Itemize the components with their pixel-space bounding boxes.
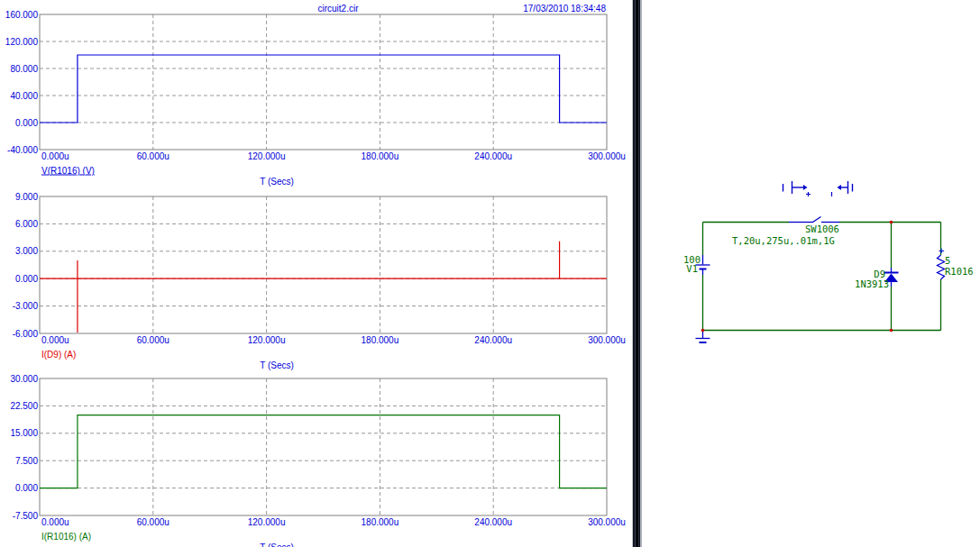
x-tick-label: 240.000u [474,517,512,527]
y-tick-label: 120.000 [5,37,39,47]
resistor-symbol[interactable]: + [938,245,945,280]
y-tick-label: 80.000 [10,64,38,74]
resistor-name-label[interactable]: R1016 [945,266,974,277]
y-tick-label: -6.000 [13,329,39,339]
x-tick-label: 180.000u [362,151,399,161]
series-label-i-d9[interactable]: I(D9) (A) [41,350,76,360]
x-tick-label: 240.000u [474,151,512,161]
plot-window-title: circuit2.cir [317,4,359,14]
x-tick-label: 180.000u [362,335,399,345]
x-axis-title: T (Secs) [260,360,294,370]
x-tick-label: 120.000u [248,335,286,345]
junction-dot [890,329,893,333]
plot-frame [40,14,607,150]
plot-frame [40,196,607,333]
y-tick-label: 0.000 [15,274,38,284]
y-tick-label: 22.500 [10,401,38,411]
switch-blade [813,217,821,223]
y-tick-label: 9.000 [15,192,38,202]
x-tick-label: 60.000u [137,151,169,161]
x-tick-label: 60.000u [137,335,169,345]
plot-timestamp: 17/03/2010 18:34:48 [523,4,606,14]
y-tick-label: 0.000 [15,118,38,128]
y-tick-label: 30.000 [10,374,38,384]
junction-dot [701,329,705,333]
ground-symbol[interactable] [696,331,710,343]
x-tick-label: 0.000u [41,151,69,161]
schematic-panel[interactable]: + SW1006 T,20u,275u,.01m,1G 100 V1 D9 1N… [634,0,980,547]
switch-params-label[interactable]: T,20u,275u,.01m,1G [732,235,835,246]
y-tick-label: 15.000 [10,428,38,438]
resistor-value-label[interactable]: 5 [945,255,950,266]
x-tick-label: 300.000u [588,335,626,345]
x-tick-label: 300.000u [588,517,626,527]
y-tick-label: -7.500 [13,511,39,521]
junction-dot [890,221,893,224]
y-tick-label: 160.000 [5,10,39,20]
series-label-v-r1016[interactable]: V(R1016) (V) [41,166,95,176]
x-tick-label: 120.000u [248,517,286,527]
switch-name-label[interactable]: SW1006 [805,223,839,234]
series-label-i-r1016[interactable]: I(R1016) (A) [41,532,91,542]
left-icon-arrow-head [803,185,808,190]
switch-symbol[interactable] [789,217,839,223]
y-tick-label: 0.000 [15,483,38,493]
resistor-zigzag [938,255,945,279]
x-tick-label: 0.000u [41,517,69,527]
resistor-polarity-mark: + [939,245,944,256]
trace-i-d9 [40,242,607,333]
polarity-indicator-left-icon [783,181,811,196]
x-tick-label: 300.000u [588,151,626,161]
y-tick-label: -3.000 [13,301,39,311]
diode-model-label[interactable]: 1N3913 [855,278,889,289]
trace-v-r1016 [40,55,607,123]
trace-i-r1016 [40,415,607,488]
left-icon-plus [806,192,811,196]
micro-cap-analysis-window: { "header": { "title": "circuit2.cir", "… [0,0,980,547]
y-tick-label: 7.500 [15,456,38,466]
x-axis-title: T (Secs) [260,542,294,547]
x-tick-label: 240.000u [474,335,512,345]
polarity-indicator-right-icon [832,181,853,196]
x-tick-label: 120.000u [248,151,286,161]
y-tick-label: 6.000 [15,219,38,229]
y-tick-label: 3.000 [15,246,38,256]
x-tick-label: 180.000u [362,517,399,527]
y-tick-label: -40.000 [7,145,38,155]
x-tick-label: 60.000u [137,517,169,527]
plot-frame [40,378,607,515]
x-tick-label: 0.000u [41,335,69,345]
source-name-label[interactable]: V1 [686,263,698,274]
y-tick-label: 40.000 [10,91,38,101]
x-axis-title: T (Secs) [260,177,294,187]
right-icon-arrow-head [838,185,842,190]
transient-analysis-plots-panel[interactable]: circuit2.cir17/03/2010 18:34:48160.00012… [0,0,634,547]
schematic-labels: SW1006 T,20u,275u,.01m,1G 100 V1 D9 1N39… [683,223,974,289]
